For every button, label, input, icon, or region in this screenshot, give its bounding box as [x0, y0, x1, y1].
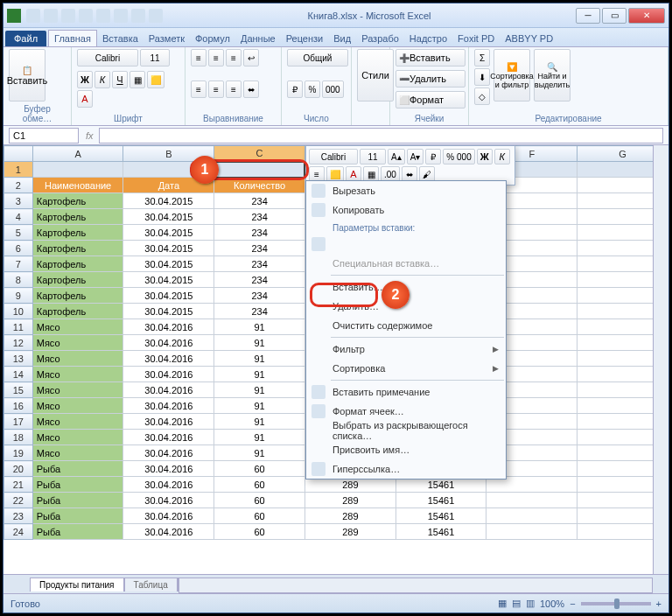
- mini-shrink-font[interactable]: A▾: [407, 149, 424, 164]
- file-tab[interactable]: Файл: [5, 31, 46, 46]
- cell[interactable]: 15461: [396, 524, 486, 540]
- col-header-a[interactable]: A: [32, 146, 123, 162]
- align-center-button[interactable]: ≡: [208, 80, 224, 98]
- paste-button[interactable]: 📋Вставить: [9, 49, 46, 102]
- cell[interactable]: 15461: [396, 508, 486, 524]
- font-name-select[interactable]: Calibri: [77, 49, 138, 66]
- row-header[interactable]: 15: [4, 382, 33, 398]
- tab-foxit[interactable]: Foxit PD: [452, 31, 500, 46]
- tab-review[interactable]: Рецензи: [281, 31, 329, 46]
- qat-btn[interactable]: [79, 9, 93, 23]
- cell[interactable]: 30.04.2015: [123, 193, 214, 209]
- cell[interactable]: Картофель: [32, 272, 123, 288]
- cell[interactable]: 234: [214, 256, 305, 272]
- wrap-button[interactable]: ↩: [243, 49, 259, 66]
- view-normal-icon[interactable]: ▦: [498, 598, 507, 609]
- row-header[interactable]: 17: [4, 414, 33, 430]
- tab-addins[interactable]: Надстро: [404, 31, 452, 46]
- cell[interactable]: Рыба: [32, 508, 123, 524]
- close-button[interactable]: ✕: [628, 8, 665, 24]
- zoom-level[interactable]: 100%: [540, 598, 564, 609]
- cell[interactable]: [486, 524, 578, 540]
- cell[interactable]: 234: [214, 225, 305, 241]
- cell[interactable]: 30.04.2016: [123, 367, 214, 382]
- cell[interactable]: Мясо: [32, 335, 123, 351]
- row-header[interactable]: 14: [4, 367, 33, 382]
- tab-view[interactable]: Вид: [328, 31, 356, 46]
- row-header[interactable]: 12: [4, 335, 33, 351]
- qat-btn[interactable]: [131, 9, 145, 23]
- cell[interactable]: 30.04.2016: [123, 398, 214, 414]
- clear-button[interactable]: ◇: [474, 88, 490, 105]
- cell[interactable]: [486, 493, 578, 508]
- row-header[interactable]: 2: [4, 178, 33, 193]
- tab-data[interactable]: Данные: [235, 31, 281, 46]
- font-size-select[interactable]: 11: [140, 49, 170, 66]
- cell[interactable]: 91: [214, 382, 305, 398]
- ctx-cut[interactable]: Вырезать: [306, 181, 506, 200]
- cell[interactable]: 30.04.2015: [123, 209, 214, 225]
- row-header[interactable]: 11: [4, 319, 33, 335]
- cell[interactable]: 30.04.2016: [123, 430, 214, 445]
- tab-layout[interactable]: Разметк: [144, 31, 190, 46]
- border-button[interactable]: ▦: [130, 71, 145, 88]
- cell[interactable]: 91: [214, 351, 305, 367]
- row-header[interactable]: 3: [4, 193, 33, 209]
- name-box[interactable]: [9, 128, 79, 144]
- font-color-button[interactable]: А: [77, 90, 93, 108]
- qat-redo-icon[interactable]: [61, 9, 75, 23]
- cell[interactable]: Мясо: [32, 367, 123, 382]
- row-header[interactable]: 21: [4, 477, 33, 493]
- cell[interactable]: 91: [214, 367, 305, 382]
- qat-btn[interactable]: [149, 9, 163, 23]
- cell[interactable]: 30.04.2016: [123, 461, 214, 477]
- cell[interactable]: Картофель: [32, 256, 123, 272]
- qat-save-icon[interactable]: [26, 9, 40, 23]
- cell[interactable]: 234: [214, 304, 305, 319]
- qat-btn[interactable]: [114, 9, 128, 23]
- cell[interactable]: 91: [214, 319, 305, 335]
- align-mid-button[interactable]: ≡: [208, 49, 224, 66]
- find-select-button[interactable]: 🔍Найти и выделить: [534, 49, 570, 102]
- row-header[interactable]: 16: [4, 398, 33, 414]
- mini-size-select[interactable]: 11: [360, 149, 386, 164]
- cell[interactable]: Рыба: [32, 461, 123, 477]
- cell[interactable]: 289: [304, 493, 396, 508]
- cell[interactable]: Рыба: [32, 493, 123, 508]
- cell[interactable]: 234: [214, 193, 305, 209]
- row-header[interactable]: 9: [4, 288, 33, 304]
- ctx-copy[interactable]: Копировать: [306, 200, 506, 220]
- row-header[interactable]: 19: [4, 445, 33, 461]
- cell[interactable]: Картофель: [32, 193, 123, 209]
- ctx-format-cells[interactable]: Формат ячеек…: [306, 402, 506, 421]
- cell[interactable]: Мясо: [32, 319, 123, 335]
- cell[interactable]: 30.04.2016: [123, 351, 214, 367]
- cell[interactable]: 30.04.2016: [123, 335, 214, 351]
- cell[interactable]: Мясо: [32, 382, 123, 398]
- row-header[interactable]: 18: [4, 430, 33, 445]
- mini-bold[interactable]: Ж: [477, 149, 493, 164]
- ctx-paste-option[interactable]: [306, 234, 506, 254]
- ctx-paste-special[interactable]: Специальная вставка…: [306, 254, 506, 273]
- cell[interactable]: 60: [214, 461, 305, 477]
- minimize-button[interactable]: ─: [576, 8, 600, 24]
- cell[interactable]: Мясо: [32, 351, 123, 367]
- cell[interactable]: 234: [214, 288, 305, 304]
- sheet-tabs[interactable]: Продукты питания Таблица Рассчет Вывод: [4, 574, 668, 593]
- underline-button[interactable]: Ч: [112, 71, 128, 88]
- cell[interactable]: Картофель: [32, 225, 123, 241]
- cell[interactable]: 234: [214, 209, 305, 225]
- cell[interactable]: Рыба: [32, 477, 123, 493]
- ctx-filter[interactable]: Фильтр▶: [306, 340, 506, 359]
- row-header[interactable]: 8: [4, 272, 33, 288]
- row-header[interactable]: 22: [4, 493, 33, 508]
- header-name[interactable]: Наименование: [32, 178, 123, 193]
- number-format-select[interactable]: Общий: [287, 49, 348, 66]
- row-header[interactable]: 10: [4, 304, 33, 319]
- sheet-tab[interactable]: Таблица: [124, 578, 178, 592]
- cell[interactable]: 30.04.2015: [123, 256, 214, 272]
- ctx-define-name[interactable]: Присвоить имя…: [306, 440, 506, 459]
- sort-filter-button[interactable]: 🔽Сортировка и фильтр: [494, 49, 530, 102]
- row-header[interactable]: 24: [4, 524, 33, 540]
- cell[interactable]: 30.04.2016: [123, 414, 214, 430]
